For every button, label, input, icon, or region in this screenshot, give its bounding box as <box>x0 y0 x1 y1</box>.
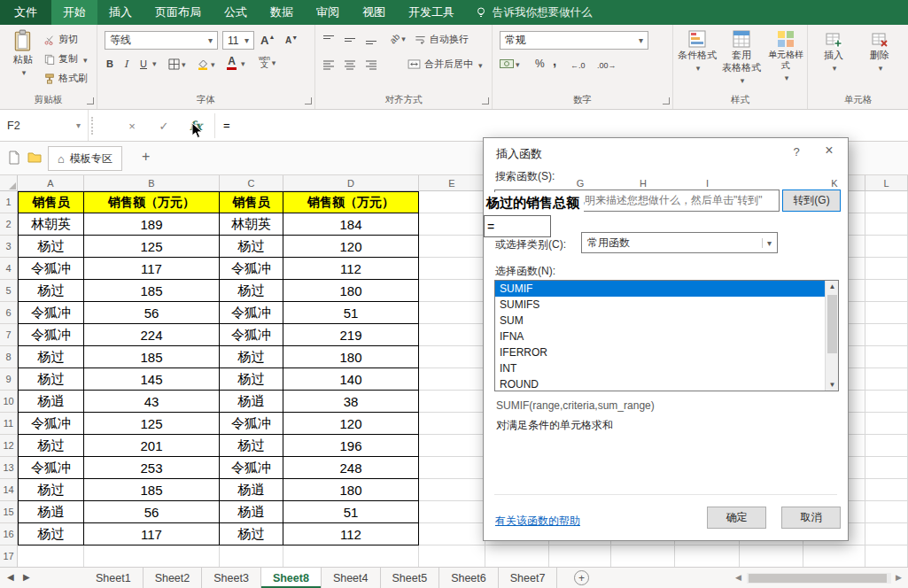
function-item-IFNA[interactable]: IFNA <box>495 329 825 344</box>
cell-H17[interactable] <box>611 545 675 567</box>
cell-E2[interactable] <box>419 213 485 236</box>
cell-L14[interactable] <box>865 479 908 501</box>
cell-E17[interactable] <box>419 545 485 567</box>
cell-B4[interactable]: 117 <box>84 258 220 280</box>
cell-L4[interactable] <box>865 258 908 280</box>
row-header-13[interactable]: 13 <box>0 457 18 479</box>
column-header-L[interactable]: L <box>865 175 908 191</box>
dialog-help-button[interactable]: ? <box>788 145 805 159</box>
conditional-formatting-button[interactable]: 条件格式 <box>677 30 718 89</box>
cell-A2[interactable]: 林朝英 <box>18 213 84 236</box>
format-painter-button[interactable]: 格式刷 <box>44 72 88 85</box>
horizontal-scrollbar-thumb[interactable] <box>749 574 887 583</box>
cell-C1[interactable]: 销售员 <box>220 191 283 213</box>
open-folder-button[interactable] <box>27 151 42 165</box>
cell-E9[interactable] <box>419 368 485 391</box>
cell-L15[interactable] <box>865 501 908 523</box>
function-item-IFERROR[interactable]: IFERROR <box>495 344 825 360</box>
cell-E4[interactable] <box>419 258 485 280</box>
insert-cells-button[interactable]: 插入 <box>815 30 852 89</box>
cell-D14[interactable]: 180 <box>283 479 419 501</box>
font-name-combo[interactable]: 等线 <box>105 31 218 50</box>
cell-L6[interactable] <box>865 302 908 324</box>
cell-A16[interactable]: 杨过 <box>18 523 84 545</box>
row-header-7[interactable]: 7 <box>0 324 18 346</box>
cell-L5[interactable] <box>865 280 908 302</box>
cell-L16[interactable] <box>865 523 908 545</box>
select-all-corner[interactable] <box>0 175 18 191</box>
row-header-8[interactable]: 8 <box>0 346 18 368</box>
align-bottom-button[interactable] <box>365 31 377 49</box>
cell-L12[interactable] <box>865 435 908 457</box>
cell-C8[interactable]: 杨过 <box>220 346 283 368</box>
underline-dropdown[interactable] <box>151 55 157 73</box>
italic-button[interactable]: I <box>124 55 128 73</box>
cell-D15[interactable]: 51 <box>283 501 419 523</box>
cell-D4[interactable]: 112 <box>283 258 419 280</box>
row-header-17[interactable]: 17 <box>0 545 18 567</box>
row-header-4[interactable]: 4 <box>0 258 18 280</box>
font-color-dropdown[interactable] <box>239 55 245 73</box>
row-header-1[interactable]: 1 <box>0 191 18 213</box>
comma-style-button[interactable]: , <box>553 51 556 69</box>
document-tab-template-zone[interactable]: ⌂ 模板专区 <box>48 146 122 171</box>
clipboard-dialog-launcher-icon[interactable] <box>87 97 94 104</box>
ribbon-tab-视图[interactable]: 视图 <box>351 0 397 25</box>
align-left-button[interactable] <box>322 56 335 74</box>
row-header-6[interactable]: 6 <box>0 302 18 324</box>
number-format-combo[interactable]: 常规 <box>500 31 648 50</box>
cell-K17[interactable] <box>803 545 865 567</box>
row-header-16[interactable]: 16 <box>0 523 18 545</box>
cell-D7[interactable]: 219 <box>283 324 419 346</box>
cell-B2[interactable]: 189 <box>84 213 220 236</box>
grow-font-button[interactable]: A▲ <box>260 31 275 49</box>
row-header-11[interactable]: 11 <box>0 413 18 435</box>
cell-B11[interactable]: 125 <box>84 413 220 435</box>
go-button[interactable]: 转到(G) <box>782 190 841 212</box>
name-box[interactable]: F2 <box>0 110 89 141</box>
tell-me-box[interactable]: 告诉我你想要做什么 <box>466 0 601 25</box>
row-header-9[interactable]: 9 <box>0 368 18 391</box>
ribbon-tab-开始[interactable]: 开始 <box>51 0 97 25</box>
ribbon-tab-公式[interactable]: 公式 <box>213 0 259 25</box>
function-item-INT[interactable]: INT <box>495 360 825 376</box>
cell-C2[interactable]: 林朝英 <box>220 213 283 236</box>
ribbon-tab-审阅[interactable]: 审阅 <box>305 0 351 25</box>
row-header-3[interactable]: 3 <box>0 236 18 258</box>
cell-C14[interactable]: 杨逍 <box>220 479 283 501</box>
cell-C16[interactable]: 杨过 <box>220 523 283 545</box>
add-sheet-button[interactable]: + <box>574 570 589 585</box>
insert-function-button[interactable]: fx <box>184 114 207 137</box>
ribbon-tab-插入[interactable]: 插入 <box>97 0 144 25</box>
cell-B9[interactable]: 145 <box>84 368 220 391</box>
scroll-up-icon[interactable]: ▲ <box>826 282 839 290</box>
cell-D10[interactable]: 38 <box>283 391 419 413</box>
cell-D3[interactable]: 120 <box>283 236 419 258</box>
cell-L13[interactable] <box>865 457 908 479</box>
scrollbar-thumb[interactable] <box>827 295 837 353</box>
wrap-text-button[interactable]: 自动换行 <box>415 33 469 46</box>
cell-B17[interactable] <box>84 545 220 567</box>
increase-decimal-button[interactable]: ←.0 <box>570 57 586 74</box>
cell-C13[interactable]: 令狐冲 <box>220 457 283 479</box>
cell-E16[interactable] <box>419 523 485 545</box>
sheet-tab-Sheet6[interactable]: Sheet6 <box>439 568 499 588</box>
cell-G17[interactable] <box>549 545 611 567</box>
delete-cells-button[interactable]: 删除 <box>861 30 898 89</box>
cell-B12[interactable]: 201 <box>84 435 220 457</box>
sheet-tab-Sheet2[interactable]: Sheet2 <box>144 568 203 588</box>
sheet-tab-Sheet1[interactable]: Sheet1 <box>84 568 144 588</box>
scroll-down-icon[interactable]: ▼ <box>826 381 839 389</box>
cell-A7[interactable]: 令狐冲 <box>18 324 84 346</box>
sheet-tab-Sheet8[interactable]: Sheet8 <box>261 568 322 588</box>
row-header-12[interactable]: 12 <box>0 435 18 457</box>
shrink-font-button[interactable]: A▼ <box>285 31 298 49</box>
phonetic-guide-button[interactable]: wén文 <box>259 53 276 71</box>
format-as-table-button[interactable]: 套用 表格格式 <box>721 30 762 89</box>
ribbon-tab-数据[interactable]: 数据 <box>259 0 305 25</box>
row-header-5[interactable]: 5 <box>0 280 18 302</box>
cell-A15[interactable]: 杨逍 <box>18 501 84 523</box>
cell-C4[interactable]: 令狐冲 <box>220 258 283 280</box>
cell-D8[interactable]: 180 <box>283 346 419 368</box>
sheet-tab-Sheet4[interactable]: Sheet4 <box>322 568 381 588</box>
